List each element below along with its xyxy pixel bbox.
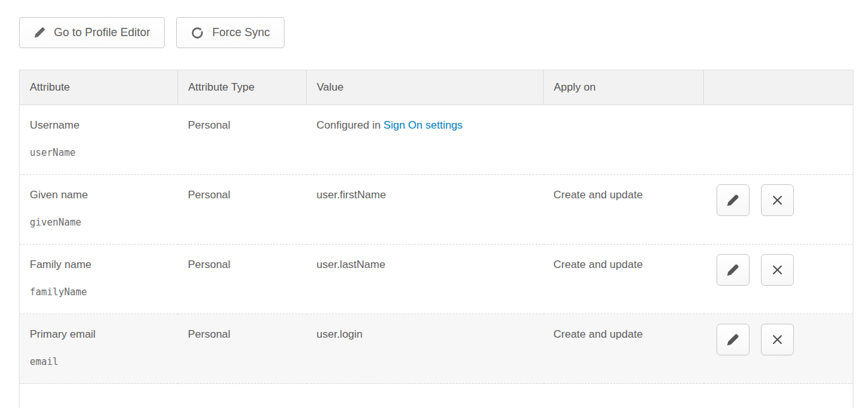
edit-attribute-button[interactable] — [717, 254, 750, 286]
edit-attribute-button[interactable] — [717, 324, 750, 355]
attribute-cell: Given name givenName — [20, 175, 178, 245]
attribute-table-body: Username userName Personal Configured in… — [20, 105, 853, 408]
apply-on-value: Create and update — [554, 188, 694, 202]
delete-attribute-button[interactable] — [761, 324, 794, 355]
sign-on-settings-link[interactable]: Sign On settings — [383, 119, 463, 131]
attribute-type-value: Personal — [188, 188, 297, 202]
pencil-icon — [726, 194, 739, 207]
partial-row — [20, 384, 853, 408]
apply-on-cell: Create and update — [544, 314, 704, 384]
column-header-actions — [704, 70, 853, 105]
value-cell: user.login — [307, 314, 544, 384]
edit-attribute-button[interactable] — [717, 184, 750, 216]
attribute-variable-name: email — [30, 355, 168, 368]
value-text: user.lastName — [317, 258, 386, 271]
actions-cell — [704, 105, 853, 175]
value-cell: Configured in Sign On settings — [307, 105, 544, 175]
attribute-label: Family name — [30, 257, 168, 272]
table-row: Given name givenName Personal user.first… — [20, 175, 853, 245]
delete-attribute-button[interactable] — [761, 254, 794, 286]
close-icon — [770, 193, 784, 207]
apply-on-cell: Create and update — [544, 175, 704, 245]
delete-attribute-button[interactable] — [761, 184, 794, 216]
toolbar: Go to Profile Editor Force Sync — [19, 17, 868, 48]
attribute-cell: Family name familyName — [20, 245, 178, 314]
value-cell: user.lastName — [307, 245, 544, 314]
apply-on-cell: Create and update — [544, 245, 704, 314]
attribute-type-value: Personal — [188, 257, 297, 272]
attribute-label: Given name — [30, 188, 168, 202]
value-text: user.firstName — [317, 189, 386, 201]
attribute-variable-name: userName — [30, 146, 168, 159]
attribute-type-value: Personal — [188, 327, 297, 341]
attribute-label: Primary email — [30, 327, 168, 341]
actions-cell — [704, 245, 853, 314]
apply-on-cell — [544, 105, 704, 175]
pencil-icon — [726, 333, 739, 347]
value-text: Configured in — [317, 119, 384, 131]
attribute-variable-name: givenName — [30, 216, 168, 229]
column-header-apply-on: Apply on — [544, 70, 704, 105]
force-sync-label: Force Sync — [212, 26, 270, 39]
actions-cell — [704, 314, 853, 384]
table-row: Family name familyName Personal user.las… — [20, 245, 853, 314]
row-actions — [717, 254, 794, 286]
attribute-label: Username — [30, 118, 168, 132]
attribute-type-cell: Personal — [178, 175, 307, 245]
table-header-row: Attribute Attribute Type Value Apply on — [20, 70, 853, 105]
attribute-type-cell: Personal — [178, 105, 307, 175]
value-cell: user.firstName — [307, 175, 544, 245]
close-icon — [770, 263, 784, 277]
column-header-attribute-type: Attribute Type — [178, 70, 307, 105]
table-row: Username userName Personal Configured in… — [20, 105, 853, 175]
partial-row-cell — [20, 384, 853, 408]
attribute-type-cell: Personal — [178, 245, 307, 314]
pencil-icon — [726, 264, 739, 277]
apply-on-value: Create and update — [554, 327, 694, 341]
table-row: Primary email email Personal user.login … — [20, 314, 853, 384]
row-actions — [717, 324, 794, 355]
attribute-cell: Username userName — [20, 105, 178, 175]
row-actions — [717, 184, 794, 216]
force-sync-button[interactable]: Force Sync — [176, 17, 284, 48]
attribute-type-cell: Personal — [178, 314, 307, 384]
provisioning-attributes-panel: Go to Profile Editor Force Sync Attribut… — [0, 17, 868, 408]
actions-cell — [704, 175, 853, 245]
attribute-variable-name: familyName — [30, 286, 168, 298]
column-header-value: Value — [307, 70, 544, 105]
column-header-attribute: Attribute — [20, 70, 178, 105]
value-text: user.login — [317, 328, 363, 340]
refresh-icon — [191, 26, 204, 39]
pencil-icon — [34, 27, 46, 39]
attribute-type-value: Personal — [188, 118, 297, 132]
apply-on-value: Create and update — [554, 257, 694, 272]
go-to-profile-editor-label: Go to Profile Editor — [54, 26, 150, 39]
go-to-profile-editor-button[interactable]: Go to Profile Editor — [19, 17, 165, 48]
close-icon — [770, 333, 784, 347]
attribute-mappings-table: Attribute Attribute Type Value Apply on … — [19, 70, 853, 408]
attribute-cell: Primary email email — [20, 314, 178, 384]
